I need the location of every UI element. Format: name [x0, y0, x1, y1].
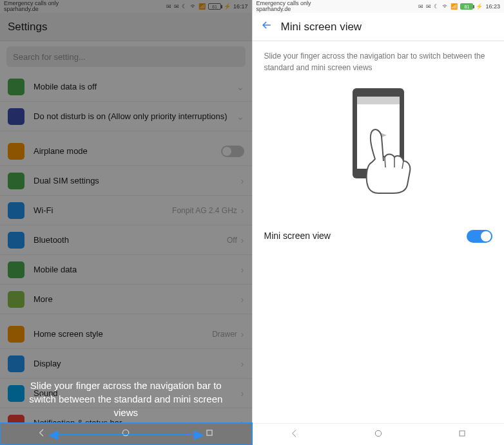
display-icon [8, 355, 24, 372]
row-label: Display [34, 359, 241, 368]
moon-icon: ☾ [182, 3, 187, 10]
row-label: Dual SIM settings [34, 176, 241, 185]
toggle-switch[interactable] [467, 230, 492, 243]
home-screen-style-icon [8, 326, 24, 343]
settings-row-mobile-data[interactable]: Mobile data› [0, 255, 252, 285]
chevron-down-icon: ⌄ [237, 82, 244, 92]
chevron-right-icon: › [241, 359, 244, 369]
dual-sim-icon [8, 173, 24, 189]
signal-icon: 📶 [199, 3, 206, 10]
settings-row-wifi[interactable]: Wi-FiFonpit AG 2.4 GHz› [0, 196, 252, 225]
row-label: Wi-Fi [34, 205, 172, 215]
chevron-right-icon: › [241, 205, 244, 216]
settings-row-home-screen-style[interactable]: Home screen styleDrawer› [0, 319, 252, 349]
arrow-right-icon: ▶ [194, 426, 204, 442]
battery-icon: 81 [460, 3, 473, 10]
row-value: Drawer [212, 330, 237, 339]
settings-row-bluetooth[interactable]: BluetoothOff› [0, 225, 252, 255]
svg-point-6 [375, 430, 381, 436]
network-text: sparhandy.de [257, 6, 311, 12]
search-placeholder: Search for setting... [13, 52, 86, 62]
settings-row-display[interactable]: Display› [0, 349, 252, 379]
row-value: Fonpit AG 2.4 GHz [172, 206, 237, 215]
arrow-left-icon: ◀ [48, 426, 58, 442]
row-value: Off [227, 236, 237, 245]
signal-icon: 📶 [451, 3, 458, 10]
page-header: Mini screen view [253, 13, 505, 41]
hint-toast: Slide your finger across the navigation … [0, 379, 252, 419]
mail-icon: ✉ [418, 3, 423, 10]
clock-text: 16:17 [233, 3, 248, 10]
phone-mini-screen: Emergency calls only sparhandy.de ✉ ✉ ☾ … [252, 0, 505, 445]
charging-icon: ⚡ [224, 3, 231, 10]
clock-text: 16:23 [485, 3, 500, 10]
more-icon [8, 291, 24, 308]
chevron-right-icon: › [241, 265, 244, 275]
content-area: Slide your finger across the navigation … [253, 41, 505, 423]
gesture-illustration [264, 85, 493, 194]
svg-rect-7 [460, 431, 465, 436]
settings-row-dnd-status[interactable]: Do not disturb is on (Allow only priorit… [0, 102, 252, 131]
dnd-status-icon [8, 108, 24, 125]
nav-bar[interactable] [253, 423, 505, 445]
back-button[interactable] [260, 19, 273, 35]
nav-back-icon[interactable] [37, 428, 47, 440]
mini-screen-toggle-row[interactable]: Mini screen view [264, 220, 493, 252]
moon-icon: ☾ [434, 3, 439, 10]
svg-rect-4 [357, 97, 400, 104]
mobile-data-status-icon [8, 79, 24, 95]
row-label: Airplane mode [34, 146, 221, 156]
status-bar: Emergency calls only sparhandy.de ✉ ✉ ☾ … [253, 0, 505, 13]
option-label: Mini screen view [264, 229, 331, 243]
row-label: More [34, 294, 241, 304]
mail-icon: ✉ [174, 3, 179, 10]
chevron-right-icon: › [241, 235, 244, 245]
wifi-icon [8, 202, 24, 219]
settings-list: Mobile data is off⌄Do not disturb is on … [0, 72, 252, 423]
battery-icon: 81 [208, 3, 221, 10]
network-text: sparhandy.de [4, 6, 59, 12]
nav-recent-icon[interactable] [457, 428, 467, 441]
row-label: Mobile data [34, 265, 241, 274]
status-bar: Emergency calls only sparhandy.de ✉ ✉ ☾ … [0, 0, 252, 13]
phone-settings: Emergency calls only sparhandy.de ✉ ✉ ☾ … [0, 0, 252, 445]
svg-point-0 [123, 430, 129, 435]
row-label: Mobile data is off [34, 82, 237, 91]
chevron-down-icon: ⌄ [237, 111, 244, 122]
bluetooth-icon [8, 232, 24, 249]
mail-icon: ✉ [426, 3, 431, 10]
wifi-icon [189, 3, 196, 10]
charging-icon: ⚡ [476, 3, 483, 10]
row-label: Do not disturb is on (Allow only priorit… [34, 111, 237, 121]
toggle-switch[interactable] [221, 146, 244, 157]
wifi-icon [441, 3, 448, 10]
chevron-right-icon: › [241, 329, 244, 339]
nav-home-icon[interactable] [373, 428, 383, 441]
chevron-right-icon: › [241, 176, 244, 186]
description-text: Slide your finger across the navigation … [264, 50, 493, 73]
mobile-data-icon [8, 261, 24, 278]
nav-back-icon[interactable] [289, 428, 300, 441]
nav-recent-icon[interactable] [204, 428, 215, 440]
settings-row-dual-sim[interactable]: Dual SIM settings› [0, 166, 252, 196]
nav-bar[interactable]: ◀ ▶ [0, 423, 252, 445]
mail-icon: ✉ [166, 3, 171, 10]
page-title: Settings [0, 13, 252, 41]
svg-rect-1 [207, 430, 212, 435]
airplane-mode-icon [8, 143, 24, 160]
page-title: Mini screen view [281, 21, 362, 33]
chevron-right-icon: › [241, 294, 244, 305]
settings-row-more[interactable]: More› [0, 285, 252, 314]
settings-row-mobile-data-status[interactable]: Mobile data is off⌄ [0, 72, 252, 102]
row-label: Home screen style [34, 329, 212, 339]
settings-row-airplane-mode[interactable]: Airplane mode [0, 137, 252, 166]
search-input[interactable]: Search for setting... [6, 46, 246, 67]
row-label: Bluetooth [34, 235, 227, 245]
